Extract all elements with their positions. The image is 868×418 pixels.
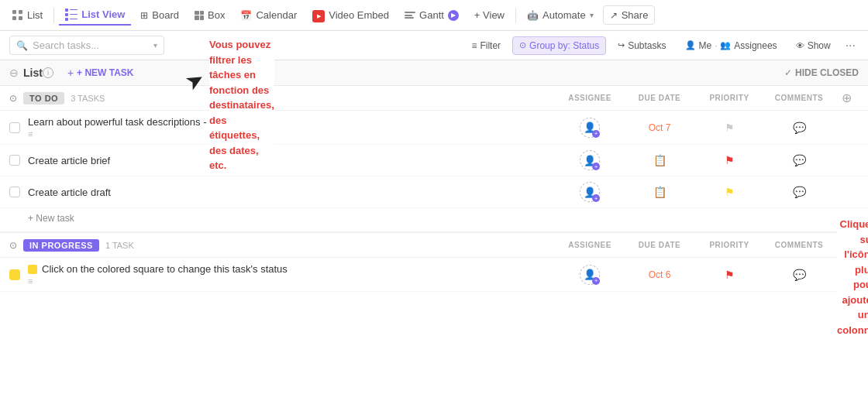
nav-box[interactable]: Box: [188, 6, 231, 24]
subtasks-icon: ↪: [618, 40, 625, 50]
add-task-link[interactable]: + New task: [0, 208, 868, 228]
todo-count: 3 TASKS: [71, 94, 105, 103]
todo-badge: TO DO: [23, 92, 64, 104]
nav-video-embed[interactable]: Video Embed: [306, 5, 395, 26]
nav-share[interactable]: ↗ Share: [603, 5, 656, 25]
task-cols-1: 👤 + Oct 7 ⚑ 💬: [555, 118, 859, 138]
comment-icon-1[interactable]: 💬: [793, 122, 806, 134]
new-task-button[interactable]: + + NEW TASK: [63, 65, 139, 81]
plus-annotation: ➤ Cliquez sur l'icône plus pour ajouter …: [837, 217, 860, 234]
inprogress-badge: IN PROGRESS: [23, 239, 99, 252]
new-task-label: + NEW TASK: [77, 67, 133, 78]
list-toggle-icon[interactable]: ⊖: [9, 67, 19, 79]
search-placeholder: Search tasks...: [33, 39, 99, 51]
filter-icon: ≡: [471, 40, 477, 51]
avatar-ip1[interactable]: 👤 +: [580, 265, 600, 285]
listview-icon: [65, 9, 78, 21]
avatar-plus-icon: +: [592, 130, 600, 138]
nav-board-label: Board: [152, 9, 179, 21]
table-row: Click on the colored square to change th…: [0, 258, 868, 292]
calendar-icon-2: 📋: [653, 154, 666, 166]
calendar-icon-3: 📋: [653, 186, 666, 198]
task-comments-2[interactable]: 💬: [764, 154, 834, 166]
search-icon: 🔍: [16, 40, 28, 51]
inprogress-col-priority: PRIORITY: [694, 241, 764, 249]
nav-board[interactable]: ⊞ Board: [134, 6, 185, 24]
comment-icon-2[interactable]: 💬: [793, 154, 806, 166]
inprogress-col-duedate: DUE DATE: [625, 241, 694, 249]
hide-closed-button[interactable]: ✓ HIDE CLOSED: [784, 67, 859, 78]
task-checkbox-1[interactable]: [9, 122, 20, 133]
task-comments-3[interactable]: 💬: [764, 186, 834, 198]
task-duedate-ip1[interactable]: Oct 6: [625, 269, 694, 280]
task-priority-2[interactable]: ⚑: [694, 154, 764, 166]
colored-square-ip1[interactable]: [28, 265, 37, 274]
task-checkbox-3[interactable]: [9, 187, 20, 197]
task-name-row-ip1: Click on the colored square to change th…: [28, 263, 555, 275]
nav-share-label: Share: [622, 9, 649, 21]
task-duedate-3[interactable]: 📋: [625, 186, 694, 198]
main-content: ⊖ List i + + NEW TASK ✓ HIDE CLOSED ⊙ TO…: [0, 60, 868, 418]
video-icon: [312, 9, 325, 22]
comment-icon-ip1[interactable]: 💬: [793, 269, 806, 281]
nav-calendar[interactable]: 📅 Calendar: [234, 6, 303, 24]
task-duedate-1[interactable]: Oct 7: [625, 122, 694, 133]
todo-col-priority: PRIORITY: [694, 94, 764, 102]
avatar-1[interactable]: 👤 +: [580, 118, 600, 138]
task-duedate-2[interactable]: 📋: [625, 154, 694, 166]
filter-button[interactable]: ≡ Filter: [464, 36, 508, 55]
me-label: Me: [699, 40, 712, 51]
avatar-plus-icon-ip1: +: [592, 277, 600, 285]
nav-divider-2: [515, 8, 516, 23]
task-assignee-ip1[interactable]: 👤 +: [555, 265, 625, 285]
task-sub-icon-1: ≡: [28, 129, 555, 139]
board-icon: ⊞: [140, 10, 148, 21]
avatar-3[interactable]: 👤 +: [580, 182, 600, 202]
task-name-ip1: Click on the colored square to change th…: [28, 263, 555, 286]
nav-divider: [53, 8, 54, 23]
task-priority-1[interactable]: ⚑: [694, 122, 764, 134]
automate-icon: 🤖: [527, 10, 539, 21]
nav-list-view[interactable]: List View: [59, 5, 131, 26]
subtasks-button[interactable]: ↪ Subtasks: [611, 36, 673, 55]
todo-col-assignee: ASSIGNEE: [555, 94, 625, 102]
search-box[interactable]: 🔍 Search tasks... ▾: [9, 36, 164, 55]
todo-toggle-icon[interactable]: ⊙: [9, 93, 17, 104]
avatar-2[interactable]: 👤 +: [580, 150, 600, 170]
gantt-icon: [405, 12, 415, 19]
inprogress-col-headers: ASSIGNEE DUE DATE PRIORITY COMMENTS ⊕: [555, 238, 859, 252]
nav-automate[interactable]: 🤖 Automate ▾: [521, 6, 600, 24]
task-cols-2: 👤 + 📋 ⚑ 💬: [555, 150, 859, 170]
task-assignee-2[interactable]: 👤 +: [555, 150, 625, 170]
plus-tooltip-text: Cliquez sur l'icône plus pour ajouter un…: [837, 217, 868, 337]
todo-group: ⊙ TO DO 3 TASKS ASSIGNEE DUE DATE PRIORI…: [0, 86, 868, 228]
inprogress-group-header: ⊙ IN PROGRESS 1 TASK ASSIGNEE DUE DATE P…: [0, 233, 868, 258]
task-checkbox-ip1[interactable]: [9, 269, 20, 280]
task-priority-ip1[interactable]: ⚑: [694, 269, 764, 281]
nav-calendar-label: Calendar: [256, 9, 297, 21]
nav-list[interactable]: List: [6, 6, 49, 24]
subtasks-label: Subtasks: [628, 40, 666, 51]
toolbar-right: ≡ Filter ⊙ Group by: Status ↪ Subtasks 👤…: [464, 36, 859, 55]
more-options-icon[interactable]: ···: [842, 39, 859, 53]
toolbar: 🔍 Search tasks... ▾ ≡ Filter ⊙ Group by:…: [0, 31, 868, 60]
task-priority-3[interactable]: ⚑: [694, 186, 764, 198]
priority-flag-red-icon-ip1: ⚑: [725, 269, 735, 281]
task-assignee-1[interactable]: 👤 +: [555, 118, 625, 138]
group-by-button[interactable]: ⊙ Group by: Status: [512, 36, 606, 55]
show-button[interactable]: 👁 Show: [789, 36, 838, 55]
nav-gantt[interactable]: Gantt ▶: [398, 6, 465, 24]
comment-icon-3[interactable]: 💬: [793, 186, 806, 198]
filter-label: Filter: [480, 40, 501, 51]
task-assignee-3[interactable]: 👤 +: [555, 182, 625, 202]
inprogress-toggle-icon[interactable]: ⊙: [9, 240, 17, 251]
me-button[interactable]: 👤 Me · 👥 Assignees: [678, 36, 784, 55]
add-column-icon[interactable]: ⊕: [834, 91, 859, 105]
list-info-icon[interactable]: i: [43, 67, 53, 78]
assignees-label: Assignees: [734, 40, 777, 51]
task-comments-ip1[interactable]: 💬: [764, 269, 834, 281]
task-comments-1[interactable]: 💬: [764, 122, 834, 134]
task-checkbox-2[interactable]: [9, 155, 20, 166]
nav-add-view[interactable]: + View: [468, 6, 511, 24]
show-icon: 👁: [796, 41, 804, 50]
